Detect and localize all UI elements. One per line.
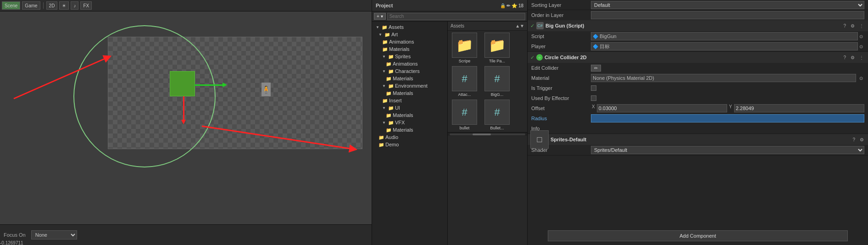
project-scrollbar[interactable] [448,132,527,136]
preview-square: □ [537,135,542,145]
game-object-square[interactable] [170,71,195,96]
component-settings-icon[interactable]: ⚙ [849,55,856,61]
tree-item-ui-materials[interactable]: 📁 Materials [372,111,447,119]
tree-item-characters[interactable]: ▼ 📁 Characters [372,67,447,75]
help-icon[interactable]: ? [842,23,847,29]
scene-view: Scene Game 2D ☀ ♪ FX 🧍 [0,0,372,245]
tree-label: Materials [393,90,413,96]
tree-label: Materials [393,76,413,81]
scene-tab[interactable]: Scene [2,1,20,10]
player-label: Player [531,44,591,49]
order-in-layer-label: Order in Layer [531,12,591,18]
asset-grid: 📁 Scripe 📁 Tile Pa... # Attac... # BigG.… [448,31,527,132]
big-gun-header[interactable]: ✓ C# Big Gun (Script) ? ⚙ ⋮ [528,20,868,31]
is-trigger-row: Is Trigger [528,83,868,93]
tree-label: UI [395,105,400,111]
add-button[interactable]: + ▾ [374,13,386,20]
tree-item-char-materials[interactable]: 📁 Materials [372,75,447,82]
tree-item-insert[interactable]: 📁 Insert [372,97,447,104]
circle-collider-component: ✓ ○ Circle Collider 2D ? ⚙ ⋮ Edit Collid… [528,52,868,134]
tree-item-ui[interactable]: ▼ 📁 UI [372,104,447,111]
tree-item-vfx-materials[interactable]: 📁 Materials [372,126,447,134]
order-in-layer-input[interactable]: 4 [591,11,864,19]
focus-on-label: Focus On [4,232,26,238]
tree-item-sprites[interactable]: ▼ 📁 Sprites [372,53,447,60]
tree-item-audio[interactable]: 📁 Audio [372,134,447,141]
tri-icon: ▼ [382,55,386,59]
player-row: Player 🔷 目标 ⊙ [528,41,868,51]
tree-item-environment[interactable]: ▼ 📁 Environmment [372,82,447,89]
material-ref[interactable]: None (Physics Material 2D) [591,74,856,82]
material-settings-icon[interactable]: ⊙ [858,75,864,81]
help-icon[interactable]: ? [842,55,847,61]
tree-item-env-materials[interactable]: 📁 Materials [372,89,447,97]
sprites-default-title: Sprites-Default [551,137,849,142]
material-settings-icon[interactable]: ⚙ [858,137,865,143]
scrollbar-thumb [473,134,491,135]
assets-controls: ▲▼ [515,23,524,28]
radius-input[interactable]: 28.44 [591,114,864,122]
tree-item-assets[interactable]: ▼ 📁 Assets [372,23,447,31]
script-settings-icon[interactable]: ⊙ [858,33,864,39]
component-toggle: ✓ [530,23,534,29]
asset-item-bigg[interactable]: # BigG... [482,66,512,97]
offset-x-input[interactable] [597,104,727,112]
tree-label: Characters [395,68,420,74]
player-ref-field[interactable]: 🔷 目标 [591,42,858,50]
character-sprite[interactable]: 🧍 [262,83,271,96]
sorting-layer-row: Sorting Layer Default [528,0,868,10]
tree-item-art[interactable]: ▼ 📁 Art [372,31,447,38]
used-by-effector-checkbox[interactable] [591,95,596,101]
tree-item-demo[interactable]: 📁 Demo [372,141,447,148]
player-settings-icon[interactable]: ⊙ [858,44,864,50]
asset-item-bullet[interactable]: # bullet [450,100,479,130]
tree-label: Animations [389,39,414,45]
help-icon[interactable]: ? [851,137,857,143]
component-menu-icon[interactable]: ⋮ [858,23,865,29]
sprites-default-section: □ Sprites-Default ? ⚙ Shader Sprites/Def… [528,134,868,156]
shader-dropdown[interactable]: Sprites/Default [591,146,864,154]
assets-right-pane: Assets ▲▼ 📁 Scripe 📁 Tile Pa... # Attac.… [448,22,527,245]
component-settings-icon[interactable]: ⚙ [849,23,856,29]
asset-item-tilemap[interactable]: 📁 Tile Pa... [482,33,512,63]
scene-canvas-area[interactable]: 🧍 [0,11,372,224]
tree-label: Environmment [395,83,428,89]
add-component-button[interactable]: Add Component [548,230,847,241]
asset-hash-icon: # [452,100,477,125]
game-tab[interactable]: Game [22,1,40,10]
asset-item-scripe[interactable]: 📁 Scripe [450,33,479,63]
tree-item-animations[interactable]: 📁 Animations [372,38,447,45]
focus-dropdown[interactable]: None Player Enemy [31,230,77,239]
asset-item-bullet2[interactable]: # Bullet... [482,100,512,130]
light-btn[interactable]: ☀ [59,1,69,10]
script-ref-field[interactable]: 🔷 BigGun [591,32,858,40]
tree-item-materials[interactable]: 📁 Materials [372,45,447,53]
folder-icon: 📁 [388,120,394,125]
svg-line-0 [14,57,108,99]
is-trigger-checkbox[interactable] [591,85,596,91]
folder-icon: 📁 [382,47,388,52]
inspector-panel: Sorting Layer Default Order in Layer 4 ✓… [528,0,868,245]
asset-item-attac[interactable]: # Attac... [450,66,479,97]
project-search[interactable] [387,13,525,20]
script-row: Script 🔷 BigGun ⊙ [528,31,868,41]
big-arrow-1 [5,48,119,103]
edit-collider-btn[interactable]: ✏ [591,65,601,72]
offset-y-input[interactable] [734,104,864,112]
tree-label: Art [391,32,398,37]
cs-icon: C# [537,23,543,28]
tree-label: Materials [393,127,413,133]
sprites-default-header[interactable]: □ Sprites-Default ? ⚙ [528,134,868,145]
2d-btn[interactable]: 2D [46,1,58,10]
audio-btn[interactable]: ♪ [71,1,78,10]
script-ref-icon: 🔷 [593,34,598,39]
tree-item-animations2[interactable]: 📁 Animations [372,60,447,67]
tree-item-vfx[interactable]: ▼ 📁 VFX [372,119,447,126]
project-badge: 🔒 ✏ ⭐ 18 [500,3,523,8]
tree-label: Animations [393,61,417,67]
sorting-layer-dropdown[interactable]: Default [591,1,864,9]
fx-btn[interactable]: FX [80,1,92,10]
radius-row: Radius 28.44 [528,113,868,123]
component-menu-icon[interactable]: ⋮ [858,55,865,61]
circle-collider-header[interactable]: ✓ ○ Circle Collider 2D ? ⚙ ⋮ [528,52,868,63]
